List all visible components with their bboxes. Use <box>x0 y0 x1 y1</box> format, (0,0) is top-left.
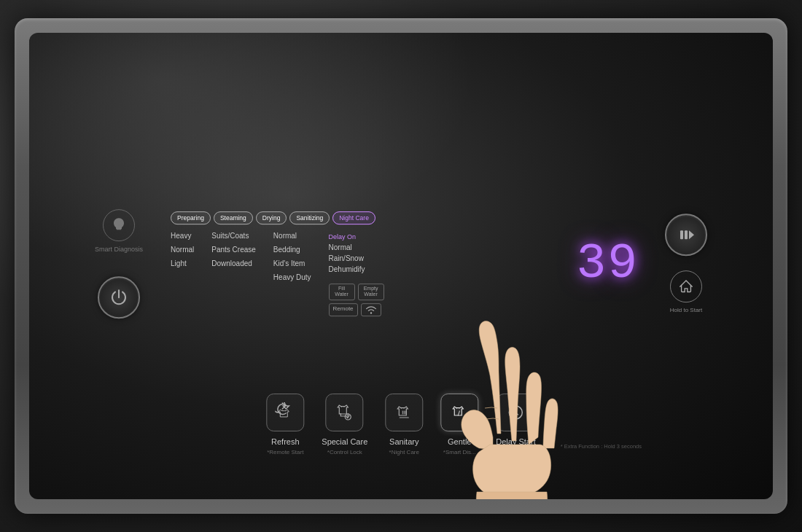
night-care-column: Delay On Normal Rain/Snow Dehumidify Fil… <box>329 232 384 316</box>
power-icon <box>109 288 128 307</box>
cycle-kids-item[interactable]: Kid's Item <box>273 259 311 267</box>
appliance-wrapper: Smart Diagnosis Preparing Steaming <box>0 0 802 532</box>
refresh-sublabel: *Remote Start <box>267 449 303 455</box>
step-drying[interactable]: Drying <box>256 211 287 224</box>
delay-start-button[interactable]: Delay Start <box>496 394 535 449</box>
type-column: Suits/Coats Pants Crease Downloaded <box>211 232 256 267</box>
step-sanitizing[interactable]: Sanitizing <box>289 211 330 224</box>
fill-water-box: FillWater <box>329 283 355 300</box>
cycle-normal-rain[interactable]: Normal <box>329 243 384 251</box>
timer-display: 3 9 <box>576 239 637 289</box>
cycle-bedding[interactable]: Bedding <box>273 246 311 254</box>
timer-digit-3: 3 <box>576 239 606 289</box>
left-controls: Smart Diagnosis <box>95 209 143 318</box>
fabric-column: Normal Bedding Kid's Item Heavy Duty <box>273 232 311 281</box>
gentle-button[interactable]: Gentle *Smart Dis... <box>440 394 478 455</box>
smart-diagnosis-icon[interactable] <box>103 209 135 241</box>
delay-on-label: Delay On <box>329 233 384 240</box>
home-button-area: Hold to Start <box>670 271 702 314</box>
power-button[interactable] <box>98 276 140 318</box>
cycle-normal-1[interactable]: Normal <box>171 246 194 254</box>
svg-rect-2 <box>685 231 688 240</box>
extra-function-note: * Extra Function : Hold 3 seconds <box>561 443 642 450</box>
cycle-downloaded[interactable]: Downloaded <box>211 259 256 267</box>
step-steaming[interactable]: Steaming <box>214 211 253 224</box>
inner-panel: Smart Diagnosis Preparing Steaming <box>29 33 773 499</box>
cycle-heavy-duty[interactable]: Heavy Duty <box>273 273 311 281</box>
refresh-icon <box>275 402 295 423</box>
remote-box: Remote <box>329 303 358 316</box>
smart-diagnosis-label: Smart Diagnosis <box>95 246 143 254</box>
timer-digits: 3 9 <box>576 239 637 289</box>
cycle-rain-snow[interactable]: Rain/Snow <box>329 254 384 262</box>
gentle-icon-box <box>440 394 478 431</box>
cycle-options-grid: Heavy Normal Light Suits/Coats Pants Cre… <box>171 232 548 316</box>
refresh-label: Refresh <box>271 437 300 446</box>
play-pause-icon <box>677 226 696 245</box>
special-care-sublabel: *Control Lock <box>327 449 362 455</box>
sanitary-icon <box>394 402 414 423</box>
hold-to-start-label: Hold to Start <box>670 308 702 314</box>
play-pause-button[interactable] <box>665 214 707 257</box>
bottom-button-row: Refresh *Remote Start Special Care <box>266 394 535 455</box>
sanitary-icon-box <box>385 394 423 431</box>
outer-frame: Smart Diagnosis Preparing Steaming <box>15 18 787 514</box>
gentle-icon <box>449 402 470 423</box>
cycle-dehumidify[interactable]: Dehumidify <box>329 265 384 273</box>
gentle-label: Gentle <box>448 437 471 446</box>
weight-column: Heavy Normal Light <box>171 232 194 267</box>
svg-rect-1 <box>680 231 683 240</box>
sanitary-label: Sanitary <box>389 437 418 446</box>
sanitary-button[interactable]: Sanitary *Night Care <box>385 394 423 455</box>
cycle-pants-crease[interactable]: Pants Crease <box>211 246 256 254</box>
refresh-icon-box <box>266 394 304 431</box>
step-preparing[interactable]: Preparing <box>171 211 211 224</box>
wifi-icon-box <box>361 303 381 316</box>
cycle-info-section: Preparing Steaming Drying Sanitizing Nig… <box>171 211 548 316</box>
cycle-suits-coats[interactable]: Suits/Coats <box>211 232 256 240</box>
special-care-button[interactable]: Special Care *Control Lock <box>322 394 367 455</box>
wifi-icon <box>365 305 377 314</box>
delay-start-icon <box>505 402 526 423</box>
gentle-sublabel: *Smart Dis... <box>443 449 476 455</box>
cycle-normal-2[interactable]: Normal <box>273 232 311 240</box>
home-button[interactable] <box>670 271 702 303</box>
timer-digit-9: 9 <box>607 239 637 289</box>
sanitary-sublabel: *Night Care <box>389 449 419 455</box>
refresh-button[interactable]: Refresh *Remote Start <box>266 394 304 455</box>
empty-water-box: EmptyWater <box>358 283 384 300</box>
delay-start-label: Delay Start <box>496 437 535 446</box>
delay-start-icon-box <box>497 394 534 431</box>
home-icon <box>678 279 694 295</box>
cycle-heavy[interactable]: Heavy <box>171 232 194 240</box>
right-controls: Hold to Start <box>665 214 707 314</box>
special-care-label: Special Care <box>322 437 367 446</box>
progress-steps: Preparing Steaming Drying Sanitizing Nig… <box>171 211 548 224</box>
cycle-light[interactable]: Light <box>171 259 194 267</box>
special-care-icon-box <box>326 394 364 431</box>
svg-marker-3 <box>689 231 694 240</box>
special-care-icon <box>335 402 355 423</box>
smart-diagnosis-area: Smart Diagnosis <box>95 209 143 254</box>
step-night-care[interactable]: Night Care <box>332 211 375 224</box>
